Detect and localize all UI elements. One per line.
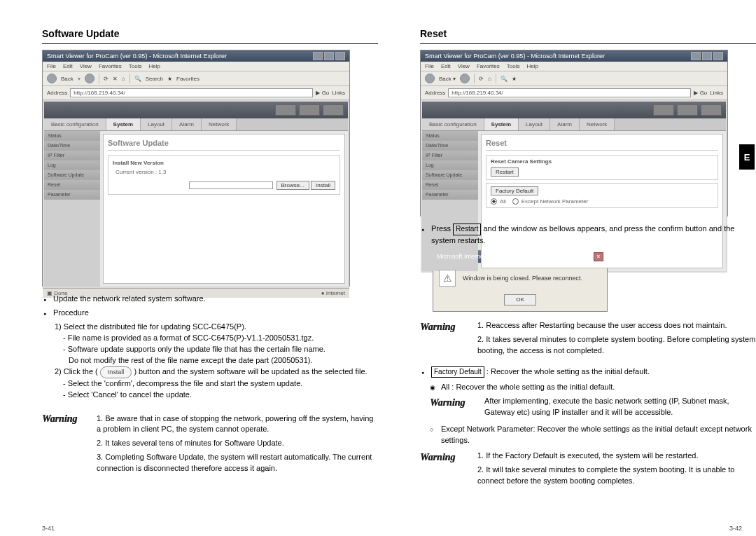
fav-icon[interactable]: ★ — [512, 76, 517, 82]
home-icon[interactable]: ⌂ — [122, 76, 125, 82]
sidebar-item-ipfilter[interactable]: IP Filter — [44, 151, 100, 160]
bullet-except: Except Network Parameter: Recover the wh… — [438, 424, 756, 446]
browse-button[interactable]: Browse... — [276, 181, 309, 190]
menu-item[interactable]: View — [80, 63, 92, 69]
menu-item[interactable]: Help — [148, 63, 160, 69]
tab-system[interactable]: System — [106, 118, 141, 130]
address-input[interactable] — [448, 88, 691, 97]
step2b: - Select 'Cancel' to cancel the update. — [42, 390, 378, 401]
back-icon[interactable] — [47, 74, 57, 83]
sidebar-item-log[interactable]: Log — [44, 160, 100, 170]
warning-label: Warning — [420, 320, 466, 359]
factory-default-button[interactable]: Factory Default — [491, 186, 538, 195]
max-btn[interactable] — [702, 52, 712, 60]
tab-alarm[interactable]: Alarm — [172, 118, 202, 130]
step1b2: Do not modify the rest of the file name … — [42, 355, 378, 366]
topbar-btn[interactable] — [701, 104, 722, 116]
titlebar: Smart Viewer for ProCam (ver 0.95) - Mic… — [43, 50, 349, 62]
search-icon[interactable]: 🔍 — [134, 76, 141, 82]
warning-body: 1. If the Factory Default is executed, t… — [475, 451, 756, 490]
radio-except[interactable] — [512, 198, 519, 205]
links[interactable]: Links — [332, 90, 345, 96]
go-btn[interactable]: ▶ Go — [694, 90, 707, 96]
menu-item[interactable]: Help — [526, 63, 538, 69]
radio-all[interactable] — [491, 198, 497, 205]
window-buttons — [313, 52, 345, 60]
menu-item[interactable]: Favorites — [477, 63, 500, 69]
tab-basic[interactable]: Basic configuration — [44, 118, 106, 130]
menu-item[interactable]: Tools — [129, 63, 142, 69]
file-input[interactable] — [189, 181, 273, 189]
sidebar-item-datetime[interactable]: Date/Time — [44, 141, 100, 151]
tab-network[interactable]: Network — [580, 118, 615, 130]
back-icon[interactable] — [425, 74, 435, 83]
menu-item[interactable]: Favorites — [99, 63, 122, 69]
sidebar-item-ipfilter[interactable]: IP Filter — [422, 151, 478, 160]
warning-body: After implementing, execute the basic ne… — [484, 396, 756, 418]
tab-basic[interactable]: Basic configuration — [422, 118, 484, 130]
menu-item[interactable]: File — [425, 63, 434, 69]
sidebar: Status Date/Time IP Filter Log Software … — [44, 131, 100, 287]
install-button[interactable]: Install — [311, 181, 335, 190]
sidebar-item-parameter[interactable]: Parameter — [422, 190, 478, 200]
sidebar-item-reset[interactable]: Reset — [422, 180, 478, 190]
sidebar-item-log[interactable]: Log — [422, 160, 478, 170]
go-btn[interactable]: ▶ Go — [316, 90, 329, 96]
tab-layout[interactable]: Layout — [519, 118, 550, 130]
menu-item[interactable]: View — [458, 63, 470, 69]
dialog-msg: Window is being closed. Please reconnect… — [463, 274, 582, 283]
search-icon[interactable]: 🔍 — [500, 76, 507, 82]
menu-item[interactable]: Edit — [441, 63, 451, 69]
app-topbar — [44, 102, 348, 118]
dialog-close-icon[interactable]: × — [594, 252, 603, 261]
menu-item[interactable]: Tools — [507, 63, 520, 69]
menu-item[interactable]: Edit — [63, 63, 73, 69]
tab-alarm[interactable]: Alarm — [550, 118, 580, 130]
stop-icon[interactable]: ✕ — [113, 76, 118, 82]
sidebar-item-datetime[interactable]: Date/Time — [422, 141, 478, 151]
topbar-btn[interactable] — [653, 104, 674, 116]
content-area: Status Date/Time IP Filter Log Software … — [422, 131, 726, 271]
sidebar-item-status[interactable]: Status — [422, 131, 478, 141]
close-btn[interactable] — [713, 52, 723, 60]
tab-network[interactable]: Network — [202, 118, 237, 130]
fav-label: Favorites — [176, 76, 200, 82]
sidebar-item-status[interactable]: Status — [44, 131, 100, 141]
radio-except-label: Except Network Parameter — [522, 198, 589, 205]
sidebar-item-swupdate[interactable]: Software Update — [44, 170, 100, 180]
max-btn[interactable] — [324, 52, 334, 60]
w3-l1: 1. If the Factory Default is executed, t… — [475, 451, 756, 462]
tab-system[interactable]: System — [484, 118, 519, 130]
links[interactable]: Links — [710, 90, 723, 96]
fwd-icon[interactable] — [460, 74, 470, 83]
refresh-icon[interactable]: ⟳ — [479, 76, 484, 82]
pane-title: Software Update — [108, 139, 340, 151]
warning-r2: Warning After implementing, execute the … — [420, 396, 756, 418]
topbar-btn[interactable] — [677, 104, 698, 116]
tab-layout[interactable]: Layout — [141, 118, 172, 130]
restart-button[interactable]: Restart — [491, 167, 519, 177]
warning-r1: Warning 1. Reaccess after Restarting bec… — [420, 320, 756, 359]
warning-r3: Warning 1. If the Factory Default is exe… — [420, 451, 756, 490]
min-btn[interactable] — [313, 52, 323, 60]
bullet-all: All : Recover the whole setting as the i… — [438, 382, 756, 393]
topbar-btn[interactable] — [323, 104, 344, 116]
fwd-icon[interactable] — [85, 74, 94, 83]
address-input[interactable] — [70, 88, 313, 97]
step2a: - Select the 'confirm', decompress the f… — [42, 378, 378, 390]
warn-l2: 2. It takes several tens of minutes for … — [97, 438, 378, 449]
refresh-icon[interactable]: ⟳ — [104, 76, 108, 82]
min-btn[interactable] — [691, 52, 701, 60]
screenshot-reset: Smart Viewer for ProCam (ver 0.95) - Mic… — [420, 50, 728, 217]
dialog-ok-button[interactable]: OK — [504, 294, 536, 305]
home-icon[interactable]: ⌂ — [488, 76, 491, 82]
close-btn[interactable] — [335, 52, 345, 60]
fav-icon[interactable]: ★ — [167, 76, 172, 82]
topbar-btn[interactable] — [299, 104, 320, 116]
sidebar-item-swupdate[interactable]: Software Update — [422, 170, 478, 180]
sidebar-item-parameter[interactable]: Parameter — [44, 190, 100, 200]
sidebar-item-reset[interactable]: Reset — [44, 180, 100, 190]
search-label: Search — [146, 76, 163, 82]
menu-item[interactable]: File — [47, 63, 56, 69]
topbar-btn[interactable] — [275, 104, 296, 116]
